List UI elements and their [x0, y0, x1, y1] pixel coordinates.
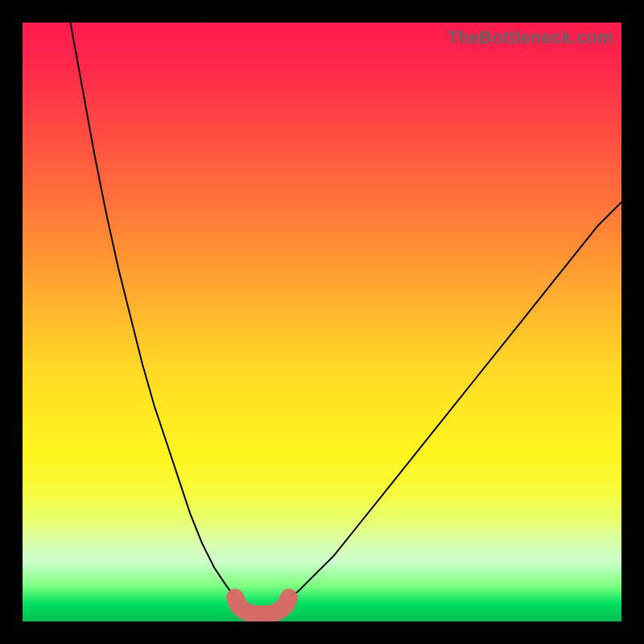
plot-area: TheBottleneck.com [23, 23, 621, 621]
target-marker [235, 597, 289, 614]
left-curve [71, 23, 236, 597]
right-curve [289, 202, 621, 597]
chart-frame: TheBottleneck.com [0, 0, 644, 644]
curve-layer [23, 23, 621, 621]
